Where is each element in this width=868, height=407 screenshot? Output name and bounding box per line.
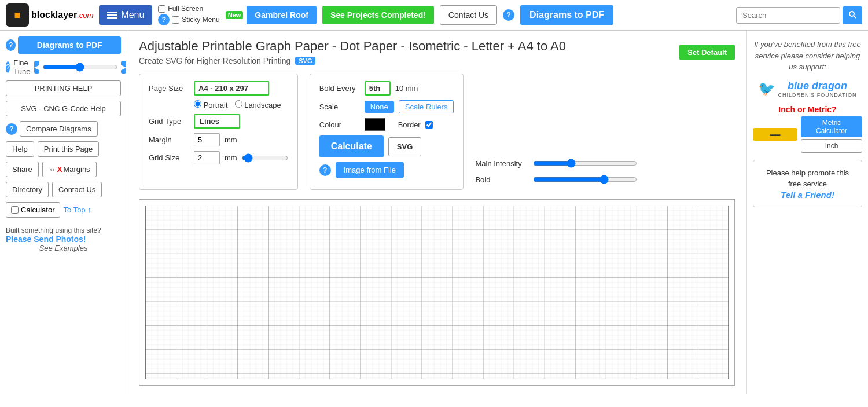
calculator-checkbox[interactable] xyxy=(11,206,19,214)
bold-every-input[interactable] xyxy=(365,81,391,96)
tell-friend-link[interactable]: Tell a Friend! xyxy=(781,190,834,200)
finetune-slider[interactable] xyxy=(43,63,117,72)
print-button[interactable]: Print this Page xyxy=(38,141,100,157)
subtitle-text: Create SVG for Higher Resolution Printin… xyxy=(139,56,290,65)
projects-button[interactable]: See Projects Completed! xyxy=(322,6,434,24)
scale-none-button[interactable]: None xyxy=(365,101,394,113)
scale-label: Scale xyxy=(319,102,360,111)
compare-button[interactable]: Compare Diagrams xyxy=(20,121,98,137)
portrait-radio[interactable] xyxy=(194,100,201,108)
sidebar-pdf-button[interactable]: Diagrams to PDF xyxy=(18,36,121,54)
svg-line-1 xyxy=(854,16,856,18)
support-text: If you've benefited from this free servi… xyxy=(753,39,862,73)
calculate-row: Calculate SVG xyxy=(319,135,454,157)
main-intensity-slider[interactable] xyxy=(533,159,637,168)
new-badge: New xyxy=(226,11,244,19)
promote-title: Please help promote this free service xyxy=(760,167,855,190)
border-checkbox[interactable] xyxy=(425,121,433,129)
inch-button[interactable]: Inch xyxy=(801,139,862,153)
header-contact-button[interactable]: Contact Us xyxy=(440,5,497,25)
calculator-button[interactable]: Calculator xyxy=(6,202,60,218)
grid-size-input[interactable] xyxy=(194,151,220,164)
see-examples-link[interactable]: See Examples xyxy=(6,244,121,252)
menu-button[interactable]: Menu xyxy=(99,5,152,25)
grid-type-row: Grid Type xyxy=(149,114,288,129)
graph-paper-svg xyxy=(145,206,729,379)
help-print-row: Help Print this Page xyxy=(6,141,121,157)
search-area xyxy=(736,6,862,24)
svg-badge: SVG xyxy=(295,57,315,65)
share-button[interactable]: Share xyxy=(6,162,39,177)
directory-contact-row: Directory Contact Us xyxy=(6,182,121,197)
controls-area: Page Size Portrait Landscape xyxy=(139,74,735,190)
sticky-menu-help-icon[interactable]: ? xyxy=(158,14,170,25)
gambrel-button[interactable]: Gambrel Roof xyxy=(247,6,317,24)
title-row: Adjustable Printable Graph Paper - Dot P… xyxy=(139,39,735,65)
grid-size-slider[interactable] xyxy=(242,153,288,163)
set-default-button[interactable]: Set Default xyxy=(679,45,735,60)
bold-intensity-label: Bold xyxy=(475,175,527,184)
sticky-menu-row: ? Sticky Menu xyxy=(158,14,219,25)
calculate-button[interactable]: Calculate xyxy=(319,135,384,157)
border-label: Border xyxy=(398,120,421,129)
margin-label: Margin xyxy=(149,135,189,144)
right-control-panel: Bold Every 10 mm Scale None Scale Rulers… xyxy=(310,74,464,190)
main-area: Adjustable Printable Graph Paper - Dot P… xyxy=(127,31,746,394)
page-size-row: Page Size xyxy=(149,81,288,96)
header-pdf-button[interactable]: Diagrams to PDF xyxy=(520,5,613,25)
blue-dragon-sub: CHILDREN'S FOUNDATION xyxy=(778,92,856,98)
main-intensity-label: Main Intensity xyxy=(475,159,527,168)
colour-swatch[interactable] xyxy=(365,118,385,131)
grid-type-input[interactable] xyxy=(194,114,240,129)
pdf-help-icon[interactable]: ? xyxy=(503,9,514,21)
full-screen-label: Full Screen xyxy=(168,5,203,13)
sticky-menu-checkbox[interactable] xyxy=(172,16,179,24)
scale-row: Scale None Scale Rulers xyxy=(319,100,454,113)
pdf-btn-row: ? Diagrams to PDF xyxy=(6,36,121,54)
finetune-right-button[interactable]: ▶ xyxy=(121,61,126,74)
page-size-input[interactable] xyxy=(194,81,269,96)
totop-link[interactable]: To Top ↑ xyxy=(64,206,91,214)
search-button[interactable] xyxy=(843,6,862,24)
margin-input[interactable] xyxy=(194,133,220,146)
blue-dragon-name: blue dragon xyxy=(778,80,856,92)
landscape-radio[interactable] xyxy=(235,100,242,108)
layout: ? Diagrams to PDF ? Fine Tune ◀ ▶ PRINTI… xyxy=(0,31,868,394)
sidebar-contact-button[interactable]: Contact Us xyxy=(52,182,102,197)
logo-text: blocklayer.com xyxy=(31,10,93,20)
grid-type-label: Grid Type xyxy=(149,117,189,126)
margins-button[interactable]: ↔ X Share Margins xyxy=(42,162,97,177)
svg-download-button[interactable]: SVG xyxy=(388,137,421,156)
sidebar-pdf-help-icon[interactable]: ? xyxy=(6,39,16,51)
tape-measure-icon: ▬▬ xyxy=(753,128,797,141)
grid-size-unit: mm xyxy=(225,153,237,162)
finetune-help-icon[interactable]: ? xyxy=(6,61,10,73)
send-photos-link[interactable]: Please Send Photos! xyxy=(6,234,121,244)
metric-section: Inch or Metric? ▬▬ Metric Calculator Inc… xyxy=(753,105,862,153)
directory-button[interactable]: Directory xyxy=(6,182,49,197)
page-title: Adjustable Printable Graph Paper - Dot P… xyxy=(139,39,566,54)
graph-container xyxy=(139,199,735,386)
bold-every-row: Bold Every 10 mm xyxy=(319,81,454,96)
printing-help-button[interactable]: PRINTING HELP xyxy=(6,80,121,96)
image-from-file-button[interactable]: Image from File xyxy=(336,162,404,178)
full-screen-checkbox[interactable] xyxy=(158,5,165,13)
scale-rulers-button[interactable]: Scale Rulers xyxy=(399,100,454,113)
bold-intensity-slider[interactable] xyxy=(533,175,637,184)
image-help-icon[interactable]: ? xyxy=(319,164,331,176)
help-button[interactable]: Help xyxy=(6,141,34,157)
search-icon xyxy=(848,10,856,19)
compare-help-icon[interactable]: ? xyxy=(6,123,17,135)
promote-box: Please help promote this free service Te… xyxy=(753,160,862,207)
search-input[interactable] xyxy=(736,7,840,24)
gambrel-area: New Gambrel Roof xyxy=(226,6,317,24)
sticky-menu-label: Sticky Menu xyxy=(182,16,219,24)
colour-row: Colour Border xyxy=(319,118,454,131)
left-control-panel: Page Size Portrait Landscape xyxy=(139,74,298,190)
image-row: ? Image from File xyxy=(319,162,454,178)
metric-calculator-button[interactable]: Metric Calculator xyxy=(801,116,862,137)
svg-cnc-button[interactable]: SVG - CNC G-Code Help xyxy=(6,101,121,116)
margin-unit: mm xyxy=(225,135,237,144)
bold-intensity-row: Bold xyxy=(475,175,637,184)
finetune-left-button[interactable]: ◀ xyxy=(34,61,39,74)
